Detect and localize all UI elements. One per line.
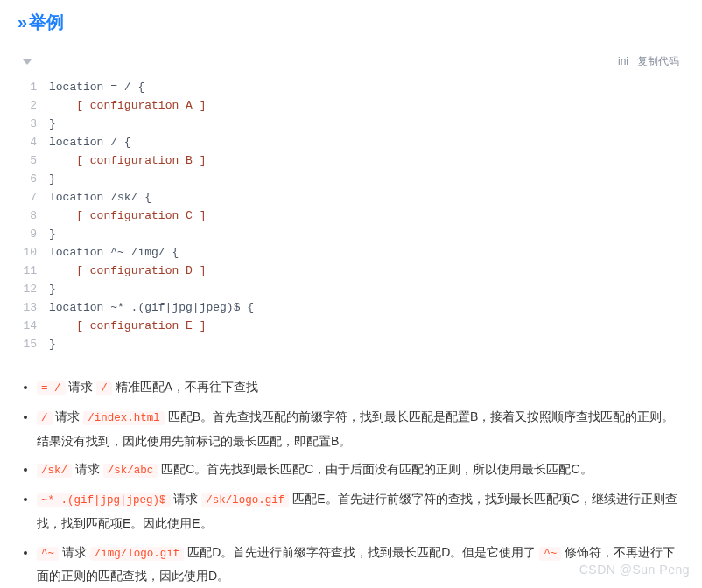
code-line: location / { — [49, 134, 684, 152]
list-text: 请求 — [72, 462, 103, 476]
list-text: 请求 — [171, 492, 202, 506]
watermark: CSDN @Sun Peng — [579, 560, 690, 581]
code-token — [49, 99, 76, 112]
code-body: 123456789101112131415 location = / { [ c… — [18, 74, 684, 360]
code-token — [49, 209, 76, 222]
line-number: 6 — [23, 171, 37, 189]
code-line: } — [49, 171, 684, 189]
line-number: 12 — [23, 281, 37, 299]
code-token: location ^~ /img/ { — [49, 246, 179, 259]
inline-code: ~* .(gif|jpg|jpeg)$ — [37, 494, 171, 508]
list-item: / 请求 /index.html 匹配B。首先查找匹配的前缀字符，找到最长匹配是… — [37, 405, 684, 452]
inline-code: / — [96, 382, 112, 396]
line-number: 11 — [23, 262, 37, 281]
code-token: location ~* .(gif|jpg|jpeg)$ { — [49, 301, 254, 314]
code-token: [ configuration B ] — [76, 154, 206, 167]
line-number: 10 — [23, 244, 37, 262]
code-token: [ configuration A ] — [76, 99, 206, 112]
section-heading: »举例 — [0, 0, 702, 44]
code-token: location = / { — [49, 80, 144, 94]
code-token: [ configuration C ] — [76, 209, 206, 222]
code-token — [49, 319, 76, 332]
list-text: 匹配D。首先进行前缀字符查找，找到最长匹配D。但是它使用了 — [184, 545, 539, 559]
code-token — [49, 154, 76, 167]
code-line: } — [49, 281, 684, 299]
code-token — [49, 264, 76, 277]
code-line: [ configuration B ] — [49, 152, 684, 171]
list-text: 请求 — [53, 410, 84, 424]
code-toolbar: ini 复制代码 — [18, 49, 684, 74]
code-token: } — [49, 172, 56, 186]
code-language-label: ini — [618, 52, 628, 70]
inline-code: = / — [37, 382, 66, 396]
list-text: 请求 — [59, 545, 90, 559]
inline-code: /img/logo.gif — [90, 547, 185, 561]
code-token: } — [49, 117, 56, 130]
line-number: 2 — [23, 97, 37, 116]
list-item: = / 请求 / 精准匹配A，不再往下查找 — [37, 375, 684, 400]
inline-code: /sk/abc — [103, 464, 158, 478]
code-line: location /sk/ { — [49, 189, 684, 207]
inline-code: /index.html — [83, 411, 165, 425]
line-number: 3 — [23, 116, 37, 134]
line-number-gutter: 123456789101112131415 — [18, 79, 49, 354]
line-number: 5 — [23, 152, 37, 171]
inline-code: /sk/ — [37, 464, 72, 478]
code-line: [ configuration C ] — [49, 207, 684, 226]
code-line: location ^~ /img/ { — [49, 244, 684, 262]
explanation-list: = / 请求 / 精准匹配A，不再往下查找/ 请求 /index.html 匹配… — [18, 375, 684, 588]
inline-code: / — [37, 411, 53, 425]
chevron-down-icon — [23, 60, 32, 65]
code-token: } — [49, 283, 56, 296]
code-line: [ configuration E ] — [49, 318, 684, 336]
code-line: [ configuration A ] — [49, 97, 684, 116]
code-lines: location = / { [ configuration A ]}locat… — [49, 79, 684, 354]
code-token: location / { — [49, 136, 131, 149]
code-line: } — [49, 116, 684, 134]
code-line: [ configuration D ] — [49, 262, 684, 281]
inline-code: /sk/logo.gif — [201, 494, 289, 508]
list-text: 请求 — [66, 380, 97, 394]
line-number: 14 — [23, 318, 37, 336]
line-number: 13 — [23, 299, 37, 318]
code-token: } — [49, 228, 56, 241]
inline-code: ^~ — [539, 547, 561, 561]
inline-code: ^~ — [37, 547, 59, 561]
code-token: } — [49, 338, 56, 351]
line-number: 1 — [23, 79, 37, 97]
code-line: } — [49, 226, 684, 244]
list-item: ~* .(gif|jpg|jpeg)$ 请求 /sk/logo.gif 匹配E。… — [37, 487, 684, 535]
list-text: 精准匹配A，不再往下查找 — [112, 380, 258, 394]
line-number: 4 — [23, 134, 37, 152]
collapse-toggle[interactable] — [23, 52, 40, 70]
code-line: } — [49, 336, 684, 354]
copy-code-button[interactable]: 复制代码 — [637, 52, 679, 70]
code-line: location = / { — [49, 79, 684, 97]
code-token: [ configuration E ] — [76, 319, 206, 332]
line-number: 7 — [23, 189, 37, 207]
code-line: location ~* .(gif|jpg|jpeg)$ { — [49, 299, 684, 318]
list-item: /sk/ 请求 /sk/abc 匹配C。首先找到最长匹配C，由于后面没有匹配的正… — [37, 458, 684, 482]
line-number: 15 — [23, 336, 37, 354]
heading-arrows: » — [18, 12, 25, 32]
list-text: 匹配C。首先找到最长匹配C，由于后面没有匹配的正则，所以使用最长匹配C。 — [158, 462, 592, 476]
code-token: [ configuration D ] — [76, 264, 206, 277]
heading-text: 举例 — [29, 12, 64, 32]
code-token: location /sk/ { — [49, 191, 151, 204]
line-number: 9 — [23, 226, 37, 244]
line-number: 8 — [23, 207, 37, 226]
code-block: ini 复制代码 123456789101112131415 location … — [18, 49, 684, 360]
